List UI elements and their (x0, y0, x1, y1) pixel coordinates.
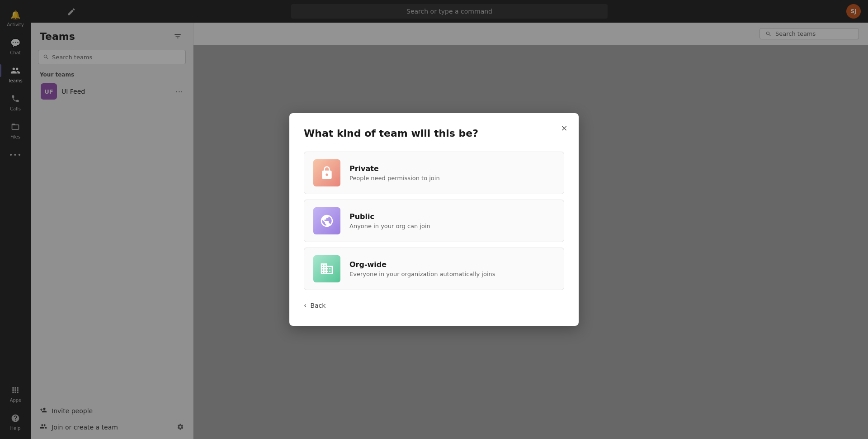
private-desc: People need permission to join (349, 175, 440, 181)
team-type-public-option[interactable]: Public Anyone in your org can join (304, 200, 564, 242)
private-info: Private People need permission to join (349, 164, 440, 181)
team-type-orgwide-option[interactable]: Org-wide Everyone in your organization a… (304, 248, 564, 290)
private-icon (313, 159, 340, 186)
orgwide-info: Org-wide Everyone in your organization a… (349, 260, 495, 277)
public-icon (313, 207, 340, 234)
back-label: Back (310, 302, 326, 309)
modal-back-button[interactable]: ‹ Back (304, 299, 564, 311)
modal-title: What kind of team will this be? (304, 128, 564, 139)
back-arrow-icon: ‹ (304, 301, 307, 310)
public-info: Public Anyone in your org can join (349, 212, 430, 229)
orgwide-desc: Everyone in your organization automatica… (349, 271, 495, 277)
close-icon: × (561, 123, 567, 133)
private-name: Private (349, 164, 440, 173)
orgwide-icon (313, 255, 340, 282)
team-type-private-option[interactable]: Private People need permission to join (304, 152, 564, 194)
modal-overlay: What kind of team will this be? × Privat… (0, 0, 868, 439)
public-desc: Anyone in your org can join (349, 223, 430, 229)
public-name: Public (349, 212, 430, 221)
orgwide-name: Org-wide (349, 260, 495, 269)
modal: What kind of team will this be? × Privat… (289, 113, 579, 326)
modal-close-button[interactable]: × (557, 120, 571, 135)
